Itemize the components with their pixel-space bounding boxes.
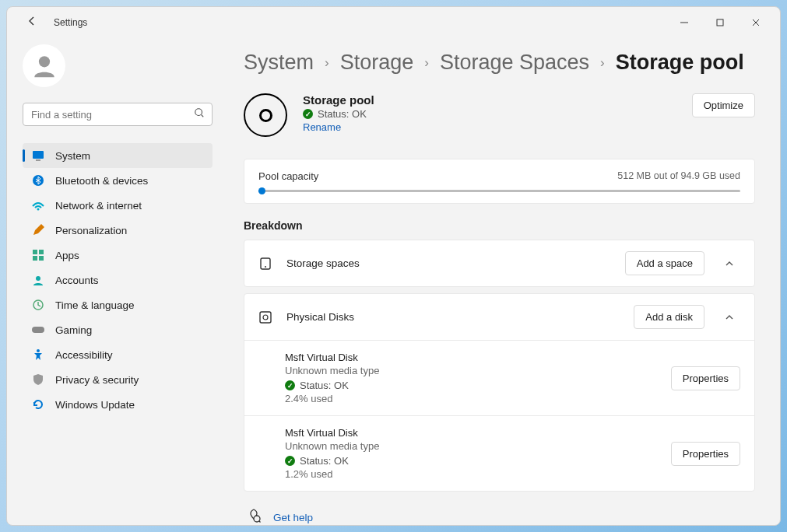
svg-rect-1 <box>717 19 723 26</box>
shield-icon <box>32 373 44 386</box>
nav-label: Privacy & security <box>55 374 139 386</box>
network-icon <box>32 199 44 212</box>
nav-label: Apps <box>55 250 79 261</box>
disk-name: Msft Virtual Disk <box>285 427 657 439</box>
search-container <box>23 103 213 126</box>
chevron-right-icon: › <box>600 55 605 71</box>
disk-used: 1.2% used <box>285 468 657 480</box>
nav-list: System Bluetooth & devices Network & int… <box>23 143 213 417</box>
nav-bluetooth[interactable]: Bluetooth & devices <box>23 168 213 193</box>
get-help-link[interactable]: Get help <box>273 512 313 523</box>
storage-space-icon <box>258 257 272 271</box>
system-icon <box>32 149 44 162</box>
physical-disks-row[interactable]: Physical Disks Add a disk <box>244 294 754 340</box>
storage-spaces-row[interactable]: Storage spaces Add a space <box>244 240 754 286</box>
crumb-storage-spaces[interactable]: Storage Spaces <box>440 51 589 75</box>
nav-network[interactable]: Network & internet <box>23 193 213 218</box>
apps-icon <box>32 249 44 261</box>
add-space-button[interactable]: Add a space <box>625 251 704 275</box>
disc-icon <box>244 93 287 137</box>
svg-rect-12 <box>39 256 44 261</box>
nav-gaming[interactable]: Gaming <box>23 317 213 342</box>
pool-status-text: Status: OK <box>318 108 367 120</box>
breadcrumb: System › Storage › Storage Spaces › Stor… <box>244 51 755 75</box>
maximize-button[interactable] <box>702 10 738 35</box>
minimize-button[interactable] <box>666 10 702 35</box>
search-icon <box>194 107 205 121</box>
nav-label: Personalization <box>55 225 127 236</box>
physical-disks-label: Physical Disks <box>286 311 620 323</box>
svg-point-20 <box>263 315 268 320</box>
expand-toggle[interactable] <box>718 313 740 322</box>
svg-line-22 <box>259 521 261 523</box>
svg-rect-5 <box>33 151 44 159</box>
nav-update[interactable]: Windows Update <box>23 392 213 417</box>
chevron-right-icon: › <box>424 55 429 71</box>
crumb-storage-pool: Storage pool <box>616 51 744 75</box>
nav-label: Network & internet <box>55 200 142 212</box>
optimize-button[interactable]: Optimize <box>692 93 755 117</box>
physical-disks-group: Physical Disks Add a disk Msft Virtual D… <box>244 293 755 492</box>
svg-rect-15 <box>32 327 44 333</box>
avatar[interactable] <box>23 44 65 87</box>
nav-label: Bluetooth & devices <box>55 175 148 187</box>
disk-icon <box>258 310 272 324</box>
gaming-icon <box>32 324 44 336</box>
nav-accessibility[interactable]: Accessibility <box>23 342 213 367</box>
close-button[interactable] <box>738 10 774 35</box>
capacity-card: Pool capacity 512 MB out of 94.9 GB used <box>244 159 755 204</box>
nav-label: Accounts <box>55 275 99 286</box>
svg-point-13 <box>36 276 40 281</box>
pool-title: Storage pool <box>303 93 676 107</box>
window-title: Settings <box>54 17 87 28</box>
time-icon <box>32 299 44 311</box>
nav-apps[interactable]: Apps <box>23 243 213 268</box>
nav-personalization[interactable]: Personalization <box>23 218 213 243</box>
help-icon <box>247 509 261 525</box>
main-content: System › Storage › Storage Spaces › Stor… <box>225 38 780 525</box>
disk-used: 2.4% used <box>285 393 657 404</box>
personalization-icon <box>32 224 44 236</box>
properties-button[interactable]: Properties <box>671 366 740 390</box>
svg-point-16 <box>37 349 40 352</box>
nav-time-language[interactable]: Time & language <box>23 292 213 317</box>
nav-privacy[interactable]: Privacy & security <box>23 367 213 392</box>
svg-point-2 <box>38 56 49 67</box>
nav-label: System <box>55 150 90 162</box>
properties-button[interactable]: Properties <box>671 442 740 466</box>
bluetooth-icon <box>32 174 44 187</box>
search-input[interactable] <box>23 103 213 126</box>
crumb-system[interactable]: System <box>244 51 314 75</box>
svg-rect-10 <box>39 250 44 254</box>
nav-label: Windows Update <box>55 399 135 411</box>
disk-row: Msft Virtual Disk Unknown media type Sta… <box>244 415 754 491</box>
disk-media: Unknown media type <box>285 440 657 452</box>
svg-rect-11 <box>33 256 37 261</box>
nav-accounts[interactable]: Accounts <box>23 268 213 292</box>
status-ok-icon <box>303 109 313 119</box>
disk-status: Status: OK <box>300 455 349 467</box>
rename-link[interactable]: Rename <box>303 121 341 133</box>
svg-point-8 <box>37 208 40 211</box>
disk-status: Status: OK <box>300 380 349 391</box>
chevron-right-icon: › <box>325 55 329 71</box>
svg-point-18 <box>265 266 266 268</box>
expand-toggle[interactable] <box>718 259 740 268</box>
status-ok-icon <box>285 380 295 390</box>
capacity-bar <box>258 190 740 192</box>
nav-label: Accessibility <box>55 349 113 361</box>
pool-header: Storage pool Status: OK Rename Optimize <box>244 93 755 137</box>
sidebar: System Bluetooth & devices Network & int… <box>7 38 225 525</box>
capacity-usage: 512 MB out of 94.9 GB used <box>617 170 740 182</box>
svg-rect-9 <box>33 250 37 254</box>
svg-rect-19 <box>260 312 271 323</box>
status-ok-icon <box>285 456 295 466</box>
crumb-storage[interactable]: Storage <box>340 51 414 75</box>
breakdown-title: Breakdown <box>244 219 755 232</box>
disk-row: Msft Virtual Disk Unknown media type Sta… <box>244 340 754 415</box>
back-button[interactable] <box>26 15 38 30</box>
svg-point-3 <box>195 109 202 116</box>
add-disk-button[interactable]: Add a disk <box>634 305 704 329</box>
nav-system[interactable]: System <box>23 143 213 168</box>
accessibility-icon <box>32 348 44 361</box>
